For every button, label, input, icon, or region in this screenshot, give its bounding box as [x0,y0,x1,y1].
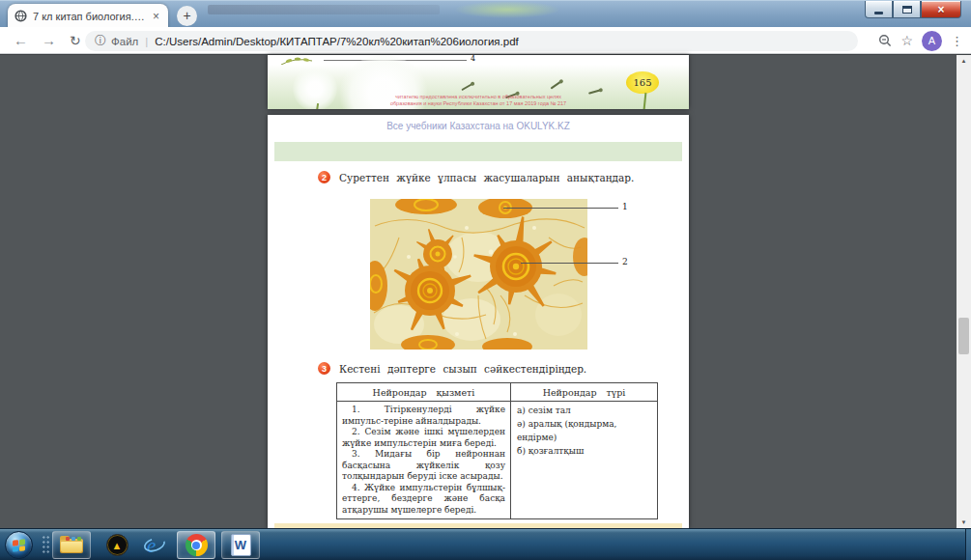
section-green-bar [274,142,682,161]
show-desktop-button[interactable] [965,529,971,560]
pdf-page-previous: 4 165 читателю предоставлена исключитель… [268,55,689,109]
taskbar-aimp-button[interactable]: ▲ [100,531,133,559]
taskbar: ▲ e W RU ▲ [0,528,971,560]
figure-label-2: 2 [622,257,628,266]
taskbar-word-button[interactable]: W [221,531,260,559]
windows-logo-icon [13,539,25,552]
chrome-icon [186,534,208,556]
close-button[interactable]: × [921,1,961,18]
refresh-icon[interactable]: ↻ [70,33,81,48]
table-header-row: Нейрондар қызметі Нейрондар түрі [337,383,657,402]
address-bar[interactable]: ⓘ Файл | C:/Users/Admin/Desktop/КИТАПТАР… [85,31,858,51]
viewer-scrollbar[interactable]: ▲ ▼ [957,55,971,529]
table-header-type: Нейрондар түрі [511,383,657,401]
figure-label-line-1 [503,208,618,209]
nerve-tissue-figure [370,199,587,350]
taskbar-explorer-button[interactable] [52,531,91,559]
type-item: б) қозғалтқыш [517,445,651,459]
minimize-icon [874,12,883,14]
table-header-function: Нейрондар қызметі [337,383,511,401]
figure-label-line-2 [521,263,618,264]
background-window-glow [454,1,560,18]
background-window-ghost [208,5,440,14]
figure-callout-label: 4 [471,55,475,63]
function-item: 1. Тітіркенулерді жүйке импульс-теріне а… [342,405,505,427]
new-tab-button[interactable]: + [177,6,197,26]
profile-avatar[interactable]: A [922,31,942,51]
start-button[interactable] [5,531,33,559]
tab-favicon [14,10,27,22]
info-icon[interactable]: ⓘ [95,33,106,49]
zoom-icon[interactable] [878,34,892,47]
desktop: 7 кл китап биология.pdf × + × ← → ↻ ⓘ Фа… [0,0,971,560]
tab-close-icon[interactable]: × [151,10,161,23]
task-3-number-badge: 3 [318,362,330,375]
function-item: 2. Сезім және ішкі мүшелерден жүйке импу… [342,427,505,449]
dandelion-footer-art: 165 читателю предоставлена исключительно… [268,65,689,109]
site-header-text: Все учебники Казахстана на OKULYK.KZ [268,121,689,131]
dandelion-seed [551,80,562,89]
scrollbar-thumb[interactable] [958,318,969,354]
pdf-page-current: Все учебники Казахстана на OKULYK.KZ 2 С… [268,115,689,529]
figure-label-1: 1 [622,202,628,211]
function-item: 4. Жүйке импульстерін бұлшық-еттерге, бе… [342,483,505,517]
url-text: C:/Users/Admin/Desktop/КИТАПТАР/7%20кл%2… [155,36,518,47]
explorer-icon [60,537,83,553]
internet-explorer-icon: e [143,534,166,557]
table-cell-functions: 1. Тітіркенулерді жүйке импульс-теріне а… [337,402,511,518]
word-icon: W [231,534,251,556]
type-item: а) сезім тал [517,405,651,418]
minimize-button[interactable] [865,1,893,18]
aimp-icon: ▲ [106,534,129,556]
task-2-number-badge: 2 [318,171,330,183]
task-3-row: 3 Кестені дәптерге сызып сәйкестендіріңд… [318,362,586,375]
scroll-up-icon[interactable]: ▲ [957,55,971,68]
url-scheme-label: Файл [111,36,138,47]
watermark-line: образования и науки Республики Казахстан… [268,100,689,107]
task-2-text: Суреттен жүйке ұлпасы жасушаларын анықта… [339,172,634,183]
function-item: 3. Мидағы бір нейроннан басқасына жүйкел… [342,449,505,483]
type-item: ә) аралық (қондырма, ендірме) [517,418,651,445]
maximize-icon [902,6,912,14]
neuron-table: Нейрондар қызметі Нейрондар түрі 1. Тіті… [336,382,658,519]
maximize-button[interactable] [893,1,921,18]
close-icon: × [937,3,944,16]
back-icon[interactable]: ← [14,32,28,48]
window-controls: × [865,1,961,18]
browser-toolbar: ← → ↻ ⓘ Файл | C:/Users/Admin/Desktop/КИ… [0,27,971,54]
table-cell-types: а) сезім тал ә) аралық (қондырма, ендірм… [511,402,657,518]
pdf-viewer: 4 165 читателю предоставлена исключитель… [0,54,971,528]
taskbar-ie-button[interactable]: e [137,531,172,559]
toolbar-right: ☆ A ⋮ [878,27,963,54]
watermark-line: читателю предоставлена исключительно в о… [268,94,689,100]
window-titlebar: 7 кл китап биология.pdf × + × [0,0,971,27]
browser-tab[interactable]: 7 кл китап биология.pdf × [8,4,168,28]
task-3-text: Кестені дәптерге сызып сәйкестендіріңдер… [339,363,586,375]
url-divider: | [145,36,148,47]
bookmark-star-icon[interactable]: ☆ [900,33,913,48]
taskbar-chrome-button[interactable] [177,531,215,559]
tab-title: 7 кл китап биология.pdf [33,11,145,22]
taskbar-divider-dots [42,535,50,555]
task-2-row: 2 Суреттен жүйке ұлпасы жасушаларын анық… [318,171,634,183]
page-number-flower: 165 [626,71,659,94]
forward-icon[interactable]: → [42,32,56,48]
svg-text:e: e [147,534,156,557]
dandelion-seed [461,83,472,91]
table-body-row: 1. Тітіркенулерді жүйке импульс-теріне а… [337,402,657,518]
menu-dots-icon[interactable]: ⋮ [951,34,963,48]
